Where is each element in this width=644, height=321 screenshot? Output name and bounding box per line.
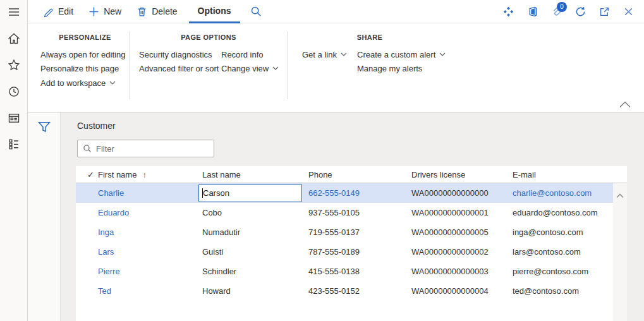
show-filters-funnel-icon[interactable] (38, 121, 51, 133)
first-name-link[interactable]: Eduardo (98, 203, 129, 222)
search-icon[interactable] (250, 6, 262, 17)
menu-item-change-view[interactable]: Change view (221, 63, 279, 74)
email-cell[interactable]: lars@contoso.com (513, 242, 581, 262)
table-row[interactable]: Inga Numadutir 719-555-0137 WA0000000000… (76, 222, 627, 242)
attachments-count-badge: 0 (557, 2, 567, 12)
text-caret (202, 188, 203, 198)
chevron-down-icon (272, 66, 279, 71)
table-row[interactable]: Lars Guisti 787-555-0189 WA0000000000000… (76, 242, 627, 262)
diamond-grid-icon[interactable] (503, 6, 514, 17)
filter-input[interactable] (96, 144, 204, 154)
page-title: Customer (77, 121, 116, 131)
email-cell[interactable]: eduardo@contoso.com (513, 203, 598, 222)
delete-button[interactable]: Delete (134, 0, 179, 23)
trash-icon (137, 6, 147, 17)
home-icon[interactable] (8, 32, 20, 45)
drivers-license-cell[interactable]: WA00000000000003 (411, 262, 489, 281)
column-header-email[interactable]: E-mail (513, 166, 536, 183)
refresh-icon[interactable] (575, 6, 586, 17)
phone-cell[interactable]: 719-555-0137 (308, 222, 360, 242)
last-name-edit-cell[interactable] (198, 184, 302, 202)
command-bar: Edit New Delete Options 0 (28, 0, 644, 23)
last-name-cell[interactable]: Schindler (202, 262, 236, 281)
last-name-cell[interactable]: Numadutir (202, 222, 240, 242)
column-header-phone[interactable]: Phone (308, 166, 332, 183)
options-ribbon: PERSONALIZE PAGE OPTIONS SHARE Always op… (28, 23, 644, 112)
menu-item-create-a-custom-alert[interactable]: Create a custom alert (357, 49, 446, 60)
phone-cell[interactable]: 423-555-0152 (308, 281, 360, 301)
hamburger-menu-icon[interactable] (8, 6, 20, 18)
chevron-down-icon (341, 52, 347, 57)
phone-link[interactable]: 662-555-0149 (308, 183, 360, 203)
filter-search-icon (83, 144, 92, 153)
vertical-scrollbar[interactable] (613, 183, 627, 321)
section-divider (288, 32, 288, 99)
email-cell[interactable]: inga@contoso.com (513, 222, 583, 242)
drivers-license-cell[interactable]: WA00000000000004 (411, 281, 489, 301)
content-area: Customer ✓ First name ↑ Last name Phone … (28, 112, 644, 321)
menu-item-add-to-workspace[interactable]: Add to workspace (40, 77, 116, 88)
new-button[interactable]: New (86, 0, 124, 23)
menu-item-manage-my-alerts[interactable]: Manage my alerts (357, 63, 422, 74)
drivers-license-cell[interactable]: WA00000000000002 (411, 242, 489, 262)
email-cell[interactable]: ted@contoso.com (513, 281, 579, 301)
command-bar-right-icons: 0 (503, 6, 644, 17)
sort-ascending-icon: ↑ (142, 170, 147, 179)
first-name-link[interactable]: Lars (98, 242, 114, 262)
email-link[interactable]: charlie@contoso.com (513, 183, 592, 203)
column-header-drivers-license[interactable]: Drivers license (411, 166, 465, 183)
last-name-cell[interactable]: Guisti (202, 242, 223, 262)
new-label: New (104, 6, 121, 16)
section-title-share: SHARE (288, 33, 452, 41)
drivers-license-cell[interactable]: WA00000000000001 (411, 203, 489, 222)
favorites-star-icon[interactable] (8, 59, 20, 71)
menu-item-get-a-link[interactable]: Get a link (302, 49, 347, 60)
menu-item-security-diagnostics[interactable]: Security diagnostics (139, 49, 212, 60)
phone-cell[interactable]: 937-555-0105 (308, 203, 360, 222)
scrollbar-up-arrow-icon[interactable] (616, 193, 624, 198)
drivers-license-cell[interactable]: WA00000000000005 (411, 222, 489, 242)
open-in-new-window-icon[interactable] (599, 6, 610, 17)
phone-cell[interactable]: 415-555-0138 (308, 262, 360, 281)
modules-list-icon[interactable] (8, 138, 20, 150)
table-row-selected[interactable]: Charlie 662-555-0149 WA00000000000000 ch… (76, 183, 613, 203)
close-icon[interactable] (623, 6, 634, 17)
menu-item-advanced-filter-or-sort[interactable]: Advanced filter or sort (139, 63, 219, 74)
recent-clock-icon[interactable] (8, 85, 20, 98)
tab-options[interactable]: Options (189, 0, 240, 23)
grid-filter-box[interactable] (77, 140, 214, 157)
select-all-checkmark[interactable]: ✓ (87, 166, 94, 183)
collapse-ribbon-chevron-up-icon[interactable] (619, 101, 631, 109)
phone-cell[interactable]: 787-555-0189 (308, 242, 360, 262)
options-label: Options (198, 6, 231, 16)
last-name-edit-input[interactable] (198, 184, 302, 202)
section-divider (130, 32, 130, 99)
table-row[interactable]: Pierre Schindler 415-555-0138 WA00000000… (76, 262, 627, 281)
table-row[interactable]: Ted Howard 423-555-0152 WA00000000000004… (76, 281, 627, 301)
table-row[interactable]: Eduardo Cobo 937-555-0105 WA000000000000… (76, 203, 627, 222)
column-header-last-name[interactable]: Last name (202, 166, 241, 183)
column-header-first-name[interactable]: First name ↑ (98, 166, 147, 183)
last-name-cell[interactable]: Cobo (202, 203, 222, 222)
grid-header-row: ✓ First name ↑ Last name Phone Drivers l… (76, 166, 627, 183)
first-name-link[interactable]: Charlie (98, 183, 124, 203)
office-icon[interactable] (527, 6, 538, 17)
email-cell[interactable]: pierre@contoso.com (513, 262, 588, 281)
customer-grid: ✓ First name ↑ Last name Phone Drivers l… (76, 166, 627, 321)
menu-item-always-open-for-editing[interactable]: Always open for editing (40, 49, 125, 60)
first-name-link[interactable]: Inga (98, 222, 114, 242)
page-form-icon[interactable] (8, 112, 20, 124)
first-name-link[interactable]: Pierre (98, 262, 120, 281)
edit-button[interactable]: Edit (40, 0, 76, 23)
menu-item-personalize-this-page[interactable]: Personalize this page (40, 63, 119, 74)
drivers-license-cell[interactable]: WA00000000000000 (411, 183, 489, 203)
delete-label: Delete (152, 6, 177, 16)
attachments-icon[interactable]: 0 (551, 6, 562, 17)
first-name-link[interactable]: Ted (98, 281, 111, 301)
chevron-down-icon (439, 52, 446, 57)
section-title-personalize: PERSONALIZE (40, 33, 130, 41)
last-name-cell[interactable]: Howard (202, 281, 231, 301)
menu-item-record-info[interactable]: Record info (221, 49, 263, 60)
nav-rail (0, 0, 28, 321)
filter-pane-strip (28, 112, 61, 321)
